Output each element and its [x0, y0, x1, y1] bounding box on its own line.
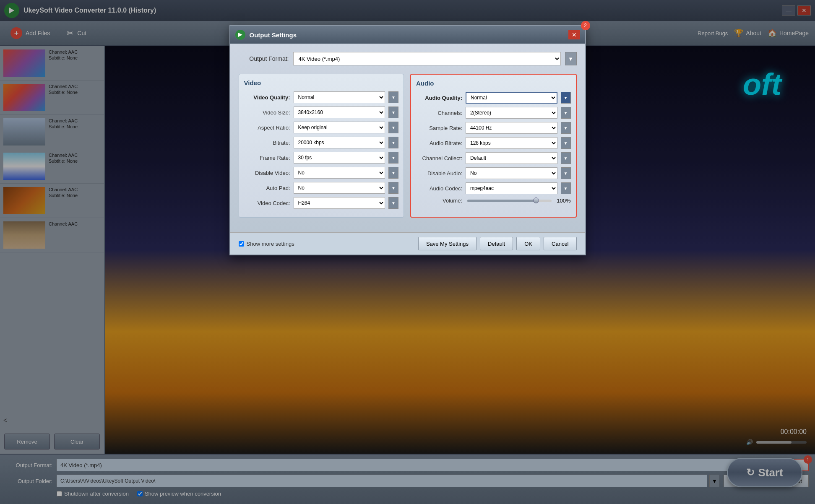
aspect-ratio-arrow[interactable]: ▼ — [388, 122, 398, 133]
video-size-label: Video Size: — [244, 109, 290, 116]
audio-bitrate-row: Audio Bitrate: 128 kbps ▼ — [416, 137, 571, 149]
dialog-title: Output Settings — [250, 31, 297, 39]
disable-video-row: Disable Video: No ▼ — [244, 167, 399, 179]
frame-rate-select[interactable]: 30 fps — [294, 152, 385, 164]
dialog-format-select[interactable]: 4K Video (*.mp4) — [293, 52, 561, 65]
audio-quality-row: Audio Quality: Normal ▼ — [416, 92, 571, 104]
video-size-select[interactable]: 3840x2160 — [294, 107, 385, 118]
dialog-format-arrow[interactable]: ▼ — [565, 52, 577, 65]
auto-pad-arrow[interactable]: ▼ — [388, 182, 398, 194]
show-more-settings: Show more settings — [239, 241, 294, 247]
auto-pad-select[interactable]: No — [294, 182, 385, 194]
audio-codec-row: Audio Codec: mpeg4aac ▼ — [416, 182, 571, 194]
volume-row: Volume: 100% — [416, 197, 571, 204]
video-quality-select[interactable]: Normal — [294, 91, 385, 103]
channels-row: Channels: 2(Stereo) ▼ — [416, 107, 571, 119]
default-button[interactable]: Default — [480, 237, 513, 250]
audio-quality-select[interactable]: Normal — [466, 92, 557, 104]
sample-rate-select[interactable]: 44100 Hz — [466, 122, 557, 134]
cancel-button[interactable]: Cancel — [544, 237, 576, 250]
volume-slider[interactable] — [467, 200, 552, 202]
show-more-checkbox[interactable] — [239, 241, 244, 247]
footer-buttons: Save My Settings Default OK Cancel — [418, 237, 577, 250]
dialog-content: Output Format: 4K Video (*.mp4) ▼ Video … — [230, 44, 585, 232]
video-quality-arrow[interactable]: ▼ — [388, 91, 398, 103]
disable-audio-row: Disable Audio: No ▼ — [416, 167, 571, 179]
audio-panel: Audio Audio Quality: Normal ▼ Channels: … — [410, 74, 577, 218]
audio-quality-arrow[interactable]: ▼ — [561, 92, 571, 104]
volume-slider-fill — [467, 200, 535, 202]
dialog-logo — [235, 30, 245, 40]
channel-collect-arrow[interactable]: ▼ — [561, 152, 571, 164]
video-quality-label: Video Quality: — [244, 94, 290, 101]
audio-bitrate-arrow[interactable]: ▼ — [561, 137, 571, 149]
video-size-row: Video Size: 3840x2160 ▼ — [244, 107, 399, 118]
output-settings-dialog: 2 Output Settings ✕ Output Format: 4K Vi… — [229, 25, 586, 255]
channel-collect-label: Channel Collect: — [416, 155, 462, 161]
disable-video-arrow[interactable]: ▼ — [388, 167, 398, 179]
video-size-arrow[interactable]: ▼ — [388, 107, 398, 118]
aspect-ratio-label: Aspect Ratio: — [244, 125, 290, 131]
disable-audio-label: Disable Audio: — [416, 170, 462, 177]
channels-select[interactable]: 2(Stereo) — [466, 107, 557, 119]
dialog-format-row: Output Format: 4K Video (*.mp4) ▼ — [239, 52, 577, 65]
modal-overlay: 2 Output Settings ✕ Output Format: 4K Vi… — [0, 0, 815, 504]
badge-2: 2 — [581, 21, 590, 30]
video-codec-select[interactable]: H264 — [294, 197, 385, 209]
video-codec-arrow[interactable]: ▼ — [388, 197, 398, 209]
volume-value: 100% — [557, 197, 570, 204]
save-my-settings-button[interactable]: Save My Settings — [418, 237, 477, 250]
audio-panel-title: Audio — [416, 80, 571, 87]
channels-arrow[interactable]: ▼ — [561, 107, 571, 119]
audio-bitrate-select[interactable]: 128 kbps — [466, 137, 557, 149]
video-panel: Video Video Quality: Normal ▼ Video Size… — [239, 74, 404, 218]
channels-label: Channels: — [416, 110, 462, 116]
disable-video-label: Disable Video: — [244, 170, 290, 176]
sample-rate-row: Sample Rate: 44100 Hz ▼ — [416, 122, 571, 134]
sample-rate-label: Sample Rate: — [416, 125, 462, 131]
disable-audio-select[interactable]: No — [466, 167, 557, 179]
audio-codec-arrow[interactable]: ▼ — [561, 182, 571, 194]
audio-bitrate-label: Audio Bitrate: — [416, 140, 462, 146]
audio-codec-select[interactable]: mpeg4aac — [466, 182, 557, 194]
bitrate-row: Bitrate: 20000 kbps ▼ — [244, 137, 399, 148]
disable-video-select[interactable]: No — [294, 167, 385, 179]
frame-rate-label: Frame Rate: — [244, 155, 290, 161]
bitrate-label: Bitrate: — [244, 140, 290, 146]
frame-rate-row: Frame Rate: 30 fps ▼ — [244, 152, 399, 164]
video-codec-row: Video Codec: H264 ▼ — [244, 197, 399, 209]
panels-row: Video Video Quality: Normal ▼ Video Size… — [239, 74, 577, 218]
auto-pad-row: Auto Pad: No ▼ — [244, 182, 399, 194]
sample-rate-arrow[interactable]: ▼ — [561, 122, 571, 134]
auto-pad-label: Auto Pad: — [244, 185, 290, 191]
frame-rate-arrow[interactable]: ▼ — [388, 152, 398, 164]
dialog-footer: Show more settings Save My Settings Defa… — [230, 232, 585, 255]
dialog-format-label: Output Format: — [239, 55, 289, 62]
aspect-ratio-row: Aspect Ratio: Keep original ▼ — [244, 122, 399, 133]
volume-handle[interactable] — [533, 197, 539, 203]
bitrate-arrow[interactable]: ▼ — [388, 137, 398, 148]
video-panel-title: Video — [244, 79, 399, 86]
audio-codec-label: Audio Codec: — [416, 185, 462, 192]
volume-label: Volume: — [416, 197, 462, 204]
svg-marker-1 — [238, 33, 242, 37]
video-quality-row: Video Quality: Normal ▼ — [244, 91, 399, 103]
disable-audio-arrow[interactable]: ▼ — [561, 167, 571, 179]
ok-button[interactable]: OK — [516, 237, 540, 250]
audio-quality-label: Audio Quality: — [416, 95, 462, 101]
show-more-label: Show more settings — [247, 241, 294, 247]
bitrate-select[interactable]: 20000 kbps — [294, 137, 385, 148]
channel-collect-select[interactable]: Default — [466, 152, 557, 164]
video-codec-label: Video Codec: — [244, 200, 290, 206]
dialog-close-button[interactable]: ✕ — [568, 30, 580, 39]
channel-collect-row: Channel Collect: Default ▼ — [416, 152, 571, 164]
dialog-title-bar: Output Settings ✕ — [230, 26, 585, 44]
aspect-ratio-select[interactable]: Keep original — [294, 122, 385, 133]
